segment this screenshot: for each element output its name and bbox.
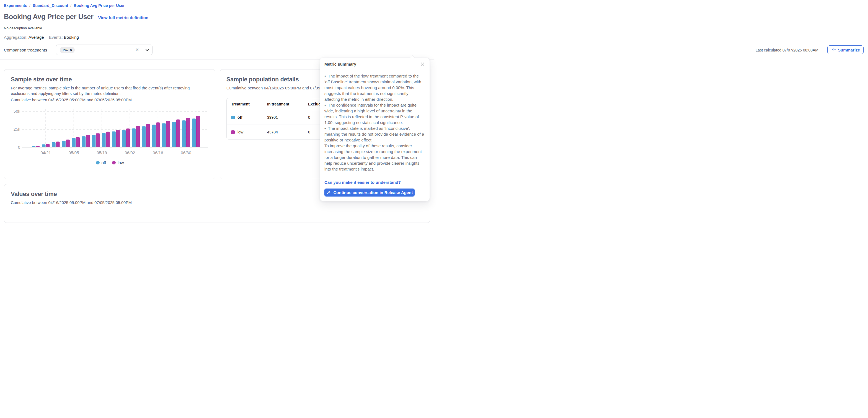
treatment-color-swatch (231, 116, 235, 119)
bar-low[interactable] (46, 144, 50, 147)
breadcrumb-item[interactable]: Booking Avg Price per User (73, 3, 125, 8)
bar-off[interactable] (92, 135, 96, 147)
column-header: Treatment (231, 102, 267, 106)
sample-size-description: For average metrics, sample size is the … (11, 86, 202, 96)
in-treatment-value: 43784 (267, 130, 308, 134)
y-axis-tick-label: 25k (13, 127, 21, 131)
sparkles-icon (326, 190, 331, 195)
bar-low[interactable] (106, 132, 110, 147)
popup-footer-divider (324, 178, 425, 178)
bar-low[interactable] (156, 122, 160, 147)
legend-item-low[interactable]: low (112, 160, 124, 165)
events-value: Booking (64, 35, 79, 39)
bar-off[interactable] (192, 118, 196, 147)
in-treatment-value: 39901 (267, 115, 308, 120)
bar-off[interactable] (142, 126, 146, 147)
metric-summary-popup: Metric summary The impact of the 'low' t… (320, 58, 430, 201)
bar-off[interactable] (82, 136, 86, 147)
bar-off[interactable] (52, 142, 56, 147)
bar-off[interactable] (182, 120, 186, 147)
treatment-tag-label: low (63, 48, 68, 52)
bar-off[interactable] (72, 138, 76, 147)
chevron-down-icon[interactable] (142, 48, 152, 52)
breadcrumb-separator: / (29, 3, 30, 8)
legend-label: off (101, 160, 106, 165)
breadcrumb: Experiments/Standard_Discount/Booking Av… (4, 3, 125, 8)
legend-item-off[interactable]: off (96, 160, 106, 165)
page-title-row: Booking Avg Price per User View full met… (4, 13, 148, 21)
x-axis-tick-label: 06/16 (153, 150, 163, 155)
bar-low[interactable] (36, 146, 40, 147)
x-axis-tick-label: 06/30 (181, 150, 191, 155)
bar-low[interactable] (186, 118, 190, 147)
continue-conversation-button[interactable]: Continue conversation in Release Agent (324, 188, 414, 197)
bar-off[interactable] (42, 145, 46, 147)
x-axis-tick-label: 04/21 (40, 150, 51, 155)
breadcrumb-item[interactable]: Standard_Discount (33, 3, 68, 8)
bar-low[interactable] (166, 121, 170, 147)
popup-footer: Can you make it easier to understand? Co… (320, 174, 430, 201)
treatment-color-swatch (231, 130, 235, 134)
bar-low[interactable] (66, 140, 70, 147)
bar-low[interactable] (196, 116, 200, 147)
bar-off[interactable] (122, 130, 126, 147)
metric-description: No description available (4, 26, 42, 30)
events-label: Events: (49, 35, 63, 39)
chart-legend: offlow (4, 160, 216, 165)
summary-bullet: The impact state is marked as 'Inconclus… (324, 125, 425, 143)
bar-low[interactable] (96, 133, 100, 147)
bar-low[interactable] (126, 128, 130, 147)
select-clear-icon[interactable]: ✕ (132, 48, 142, 52)
x-axis-tick-label: 06/02 (125, 150, 135, 155)
popup-body: The impact of the 'low' treatment compar… (320, 70, 430, 174)
aggregation-label: Aggregation: (4, 35, 27, 39)
values-title: Values over time (11, 191, 57, 198)
metric-meta-row: Aggregation:Average Events:Booking (4, 35, 79, 39)
bar-low[interactable] (146, 124, 150, 147)
population-title: Sample population details (226, 76, 299, 83)
bar-off[interactable] (62, 141, 66, 147)
bar-low[interactable] (116, 130, 120, 147)
bar-low[interactable] (76, 137, 80, 147)
events: Events:Booking (49, 35, 79, 39)
bar-low[interactable] (136, 126, 140, 147)
legend-label: low (118, 160, 124, 165)
view-metric-definition-link[interactable]: View full metric definition (98, 15, 148, 20)
breadcrumb-item[interactable]: Experiments (4, 3, 27, 8)
legend-dot (96, 161, 100, 165)
values-date-range: Cumulative between 04/16/2025 05:00PM an… (11, 200, 132, 206)
bar-off[interactable] (152, 125, 156, 147)
comparison-treatments-label: Comparison treatments (4, 48, 47, 52)
bar-off[interactable] (132, 128, 136, 147)
treatment-name: low (238, 130, 243, 134)
bar-off[interactable] (172, 122, 176, 147)
bar-off[interactable] (162, 123, 166, 147)
comparison-treatments-select[interactable]: low ✕ ✕ (56, 44, 153, 55)
bar-off[interactable] (112, 131, 116, 147)
aggregation: Aggregation:Average (4, 35, 44, 39)
bar-low[interactable] (86, 135, 90, 147)
treatment-tag: low ✕ (60, 47, 75, 53)
summary-closing: To improve the quality of these results,… (324, 143, 425, 172)
sample-size-title: Sample size over time (11, 76, 72, 83)
continue-conversation-label: Continue conversation in Release Agent (334, 190, 413, 195)
column-header: In treatment (267, 102, 308, 106)
close-icon[interactable] (420, 61, 425, 67)
summary-bullet: The impact of the 'low' treatment compar… (324, 73, 425, 102)
sample-size-chart[interactable]: 025k50k04/2105/0505/1906/0206/1606/30 (4, 108, 216, 159)
bar-off[interactable] (32, 146, 36, 147)
popup-title: Metric summary (324, 62, 356, 66)
treatment-name: off (238, 115, 243, 120)
aggregation-value: Average (29, 35, 44, 39)
followup-question-link[interactable]: Can you make it easier to understand? (324, 180, 401, 185)
page-title: Booking Avg Price per User (4, 13, 94, 21)
treatment-tag-remove-icon[interactable]: ✕ (70, 48, 72, 52)
y-axis-tick-label: 0 (18, 145, 20, 149)
x-axis-tick-label: 05/05 (69, 150, 79, 155)
popup-header: Metric summary (320, 58, 430, 70)
sample-size-card: Sample size over time For average metric… (4, 69, 215, 179)
bar-low[interactable] (56, 142, 60, 147)
bar-off[interactable] (102, 133, 106, 147)
bar-low[interactable] (176, 119, 180, 147)
legend-dot (112, 161, 116, 165)
